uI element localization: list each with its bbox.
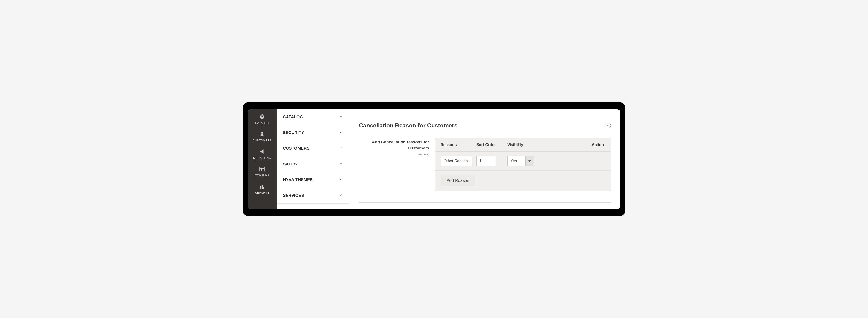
- reasons-table: Reasons Sort Order Visibility Action: [435, 138, 611, 191]
- config-nav-item-catalog[interactable]: CATALOG: [277, 109, 349, 125]
- svg-point-0: [261, 132, 263, 134]
- chevron-down-icon: [339, 130, 343, 135]
- config-nav: CATALOG SECURITY CUSTOMERS SALES HYVA TH…: [277, 109, 349, 209]
- sidebar-item-label: CONTENT: [255, 174, 269, 177]
- sidebar-item-label: CATALOG: [255, 121, 269, 125]
- svg-rect-4: [260, 186, 261, 189]
- config-nav-label: SERVICES: [283, 193, 304, 198]
- dropdown-arrow-icon: [525, 156, 534, 166]
- reason-input[interactable]: [440, 156, 472, 166]
- sidebar-item-marketing[interactable]: MARKETING: [248, 146, 277, 163]
- megaphone-icon: [259, 148, 265, 155]
- th-action: Action: [543, 143, 605, 147]
- config-nav-item-customers[interactable]: CUSTOMERS: [277, 141, 349, 156]
- sidebar-item-label: CUSTOMERS: [252, 139, 272, 142]
- svg-rect-5: [261, 185, 262, 189]
- table-row: Yes: [435, 151, 611, 171]
- chevron-down-icon: [339, 115, 343, 119]
- th-sort-order: Sort Order: [476, 143, 503, 147]
- main-panel: Cancellation Reason for Customers Add Ca…: [349, 109, 620, 209]
- config-nav-item-services[interactable]: SERVICES: [277, 188, 349, 204]
- sidebar-item-label: REPORTS: [255, 191, 269, 195]
- box-icon: [259, 114, 265, 120]
- svg-rect-6: [263, 187, 264, 189]
- table-footer: Add Reason: [435, 171, 611, 190]
- chevron-down-icon: [339, 177, 343, 182]
- config-nav-item-security[interactable]: SECURITY: [277, 125, 349, 141]
- config-nav-label: HYVA THEMES: [283, 177, 313, 182]
- config-nav-label: SECURITY: [283, 130, 304, 135]
- sidebar-item-label: MARKETING: [253, 156, 271, 160]
- config-nav-label: CUSTOMERS: [283, 146, 310, 151]
- person-icon: [259, 131, 265, 137]
- admin-sidebar: CATALOG CUSTOMERS MARKETING CONTENT: [248, 109, 277, 209]
- config-nav-label: CATALOG: [283, 115, 303, 119]
- chevron-up-icon: [607, 124, 609, 127]
- th-reasons: Reasons: [440, 143, 472, 147]
- sidebar-item-catalog[interactable]: CATALOG: [248, 111, 277, 128]
- chevron-down-icon: [339, 193, 343, 198]
- sidebar-item-customers[interactable]: CUSTOMERS: [248, 128, 277, 146]
- visibility-select[interactable]: Yes: [507, 156, 534, 166]
- visibility-value: Yes: [507, 156, 525, 166]
- chevron-down-icon: [339, 146, 343, 151]
- svg-marker-7: [528, 160, 531, 162]
- chevron-down-icon: [339, 162, 343, 167]
- section-title: Cancellation Reason for Customers: [359, 122, 458, 129]
- divider: [359, 202, 611, 203]
- config-nav-item-hyva-themes[interactable]: HYVA THEMES: [277, 172, 349, 188]
- table-header-row: Reasons Sort Order Visibility Action: [435, 138, 611, 151]
- sort-order-input[interactable]: [476, 156, 496, 166]
- chart-icon: [259, 183, 265, 189]
- sidebar-item-content[interactable]: CONTENT: [248, 163, 277, 180]
- field-label: Add Cancellation reasons for Customers: [359, 139, 429, 151]
- svg-rect-1: [259, 167, 265, 171]
- layout-icon: [259, 166, 265, 172]
- collapse-toggle[interactable]: [605, 122, 611, 129]
- add-reason-button[interactable]: Add Reason: [440, 175, 475, 186]
- config-nav-label: SALES: [283, 162, 297, 167]
- config-nav-item-sales[interactable]: SALES: [277, 156, 349, 172]
- sidebar-item-reports[interactable]: REPORTS: [248, 180, 277, 198]
- field-scope: [website]: [359, 152, 429, 156]
- th-visibility: Visibility: [507, 143, 539, 147]
